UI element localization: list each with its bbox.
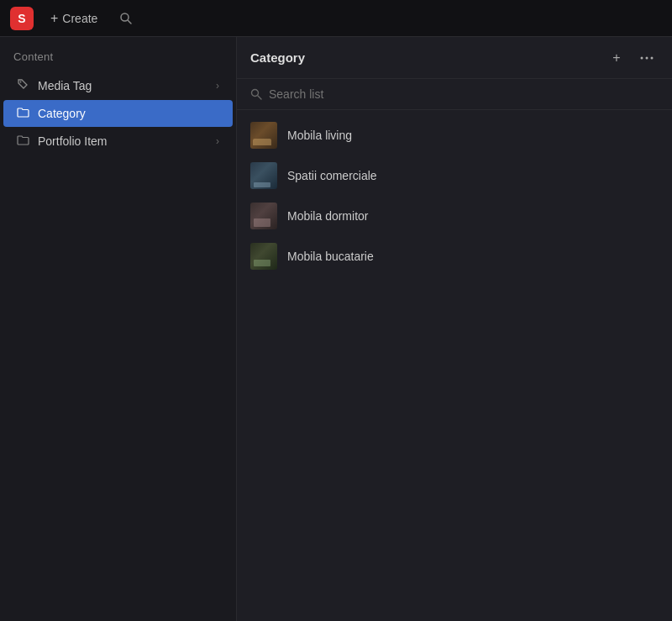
category-list-item[interactable]: Spatii comerciale	[237, 155, 672, 196]
category-list: Mobila livingSpatii comercialeMobila dor…	[237, 110, 672, 621]
sidebar-item-portfolio-item[interactable]: Portfolio Item ›	[3, 128, 233, 155]
main-layout: Content Media Tag › Category	[0, 37, 672, 621]
ellipsis-icon	[640, 56, 654, 60]
search-icon	[119, 12, 133, 25]
create-label: Create	[62, 12, 97, 25]
category-item-name: Spatii comerciale	[287, 169, 377, 182]
category-item-name: Mobila dormitor	[287, 209, 368, 223]
category-list-item[interactable]: Mobila living	[237, 115, 672, 155]
svg-point-0	[121, 13, 129, 21]
sidebar-item-media-tag[interactable]: Media Tag ›	[3, 72, 233, 99]
create-button[interactable]: + Create	[44, 8, 104, 29]
sidebar-item-media-tag-label: Media Tag	[38, 79, 207, 92]
topbar-search-button[interactable]	[114, 8, 138, 29]
category-item-name: Mobila living	[287, 129, 352, 142]
svg-point-6	[252, 90, 259, 97]
svg-point-5	[651, 56, 654, 59]
add-item-button[interactable]: +	[605, 46, 628, 70]
sidebar-item-category[interactable]: Category	[3, 100, 233, 127]
category-list-item[interactable]: Mobila dormitor	[237, 196, 672, 236]
svg-point-3	[641, 56, 643, 59]
sidebar: Content Media Tag › Category	[0, 37, 237, 621]
svg-point-4	[646, 56, 648, 59]
panel-header: Category +	[237, 37, 672, 79]
sidebar-item-portfolio-label: Portfolio Item	[38, 134, 207, 148]
svg-line-7	[258, 96, 261, 99]
right-panel: Category + Mobila livingSpatii comercial…	[237, 37, 672, 621]
chevron-right-icon: ›	[216, 80, 219, 92]
panel-title: Category	[250, 50, 598, 65]
search-input[interactable]	[269, 87, 659, 101]
search-icon-panel	[250, 88, 262, 100]
topbar: S + Create	[0, 0, 672, 37]
category-thumbnail	[250, 122, 277, 149]
category-thumbnail	[250, 162, 277, 189]
tag-icon	[17, 78, 29, 93]
category-list-item[interactable]: Mobila bucatarie	[237, 236, 672, 276]
folder-icon-portfolio	[17, 134, 29, 149]
svg-point-2	[20, 82, 22, 83]
svg-line-1	[129, 20, 132, 24]
chevron-right-icon-portfolio: ›	[216, 135, 219, 147]
logo-button[interactable]: S	[10, 7, 34, 30]
search-bar	[237, 79, 672, 110]
category-item-name: Mobila bucatarie	[287, 250, 374, 263]
plus-icon: +	[50, 11, 58, 26]
category-thumbnail	[250, 203, 277, 229]
category-thumbnail	[250, 243, 277, 270]
folder-icon	[17, 106, 29, 121]
more-options-button[interactable]	[635, 46, 659, 70]
sidebar-section-title: Content	[0, 44, 236, 71]
sidebar-item-category-label: Category	[38, 107, 219, 120]
